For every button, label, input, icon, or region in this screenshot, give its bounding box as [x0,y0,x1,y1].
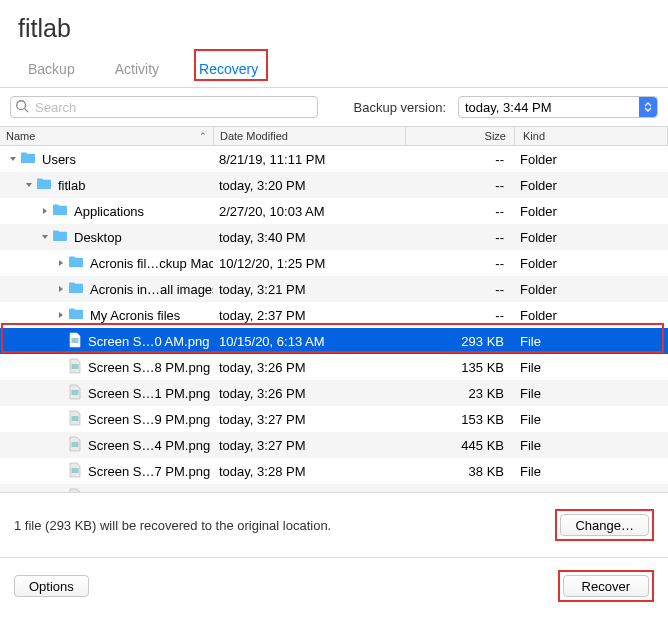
disclosure-none-icon [56,440,66,450]
file-tree[interactable]: Users8/21/19, 11:11 PM--Folderfitlabtoda… [0,146,668,492]
item-kind: File [512,360,668,375]
item-name: Acronis in…all images [90,282,213,297]
file-icon [68,332,88,351]
disclosure-none-icon [56,414,66,424]
disclosure-right-icon[interactable] [56,310,66,320]
folder-icon [68,307,90,323]
column-name[interactable]: Name ⌃ [0,130,213,142]
item-kind: Folder [512,230,668,245]
file-row[interactable]: Screen S…8 PM.pngtoday, 3:26 PM135 KBFil… [0,354,668,380]
item-name: Acronis fil…ckup Mac [90,256,213,271]
tab-recovery[interactable]: Recovery [193,57,264,87]
disclosure-right-icon[interactable] [56,258,66,268]
svg-rect-3 [72,364,79,369]
disclosure-none-icon [56,466,66,476]
table-header: Name ⌃ Date Modified Size Kind [0,126,668,146]
annotation-highlight: Change… [555,509,654,541]
svg-line-1 [25,109,29,113]
tab-activity[interactable]: Activity [109,57,165,87]
item-size: 23 KB [404,386,512,401]
item-kind: File [512,490,668,493]
search-icon [15,99,29,113]
file-row[interactable]: Screen S…9 PM.pngtoday, 3:27 PM153 KBFil… [0,406,668,432]
file-icon [68,462,88,481]
disclosure-down-icon[interactable] [40,232,50,242]
backup-version-select[interactable]: today, 3:44 PM [458,96,658,118]
item-name: Screen S…4 PM.png [88,438,210,453]
item-size: 38 KB [404,464,512,479]
item-kind: File [512,386,668,401]
disclosure-down-icon[interactable] [8,154,18,164]
file-row[interactable]: Screen S…7 PM.pngtoday, 3:28 PM38 KBFile [0,458,668,484]
folder-row[interactable]: Acronis fil…ckup Mac10/12/20, 1:25 PM--F… [0,250,668,276]
file-row[interactable]: Screen S…7 PM.pngtoday, 3:30 PM39 KBFile [0,484,668,492]
status-text: 1 file (293 KB) will be recovered to the… [14,518,331,533]
disclosure-right-icon[interactable] [40,206,50,216]
file-row[interactable]: Screen S…0 AM.png10/15/20, 6:13 AM293 KB… [0,328,668,354]
backup-version-label: Backup version: [354,100,447,115]
folder-icon [52,229,74,245]
item-name: My Acronis files [90,308,180,323]
item-date: today, 3:28 PM [213,464,404,479]
folder-row[interactable]: Desktoptoday, 3:40 PM--Folder [0,224,668,250]
item-size: 39 KB [404,490,512,493]
backup-version-value: today, 3:44 PM [465,100,551,115]
item-kind: Folder [512,204,668,219]
folder-icon [36,177,58,193]
item-size: 135 KB [404,360,512,375]
item-date: 8/21/19, 11:11 PM [213,152,404,167]
item-kind: Folder [512,152,668,167]
tab-backup[interactable]: Backup [22,57,81,87]
svg-rect-5 [72,416,79,421]
item-name: Applications [74,204,144,219]
page-title: fitlab [18,14,650,43]
item-date: today, 3:27 PM [213,412,404,427]
disclosure-right-icon[interactable] [56,284,66,294]
folder-icon [52,203,74,219]
folder-row[interactable]: My Acronis filestoday, 2:37 PM--Folder [0,302,668,328]
item-kind: File [512,438,668,453]
column-kind[interactable]: Kind [515,130,667,142]
item-date: today, 3:30 PM [213,490,404,493]
disclosure-down-icon[interactable] [24,180,34,190]
file-icon [68,358,88,377]
tab-bar: Backup Activity Recovery [18,57,650,87]
file-row[interactable]: Screen S…4 PM.pngtoday, 3:27 PM445 KBFil… [0,432,668,458]
folder-row[interactable]: Acronis in…all imagestoday, 3:21 PM--Fol… [0,276,668,302]
item-size: -- [404,256,512,271]
folder-row[interactable]: fitlabtoday, 3:20 PM--Folder [0,172,668,198]
item-name: Screen S…0 AM.png [88,334,209,349]
column-date[interactable]: Date Modified [214,130,405,142]
svg-rect-2 [72,338,79,343]
item-date: 2/27/20, 10:03 AM [213,204,404,219]
item-size: 153 KB [404,412,512,427]
item-size: 293 KB [404,334,512,349]
item-name: Screen S…8 PM.png [88,360,210,375]
item-kind: File [512,464,668,479]
search-input[interactable] [10,96,318,118]
item-date: today, 3:21 PM [213,282,404,297]
item-name: Desktop [74,230,122,245]
item-kind: Folder [512,178,668,193]
item-name: fitlab [58,178,85,193]
item-kind: Folder [512,256,668,271]
recover-button[interactable]: Recover [563,575,649,597]
folder-icon [68,281,90,297]
disclosure-none-icon [56,362,66,372]
item-size: -- [404,282,512,297]
item-date: today, 2:37 PM [213,308,404,323]
item-kind: File [512,412,668,427]
item-date: 10/12/20, 1:25 PM [213,256,404,271]
item-size: -- [404,230,512,245]
item-date: today, 3:27 PM [213,438,404,453]
change-button[interactable]: Change… [560,514,649,536]
options-button[interactable]: Options [14,575,89,597]
folder-row[interactable]: Users8/21/19, 11:11 PM--Folder [0,146,668,172]
item-name: Screen S…9 PM.png [88,412,210,427]
folder-row[interactable]: Applications2/27/20, 10:03 AM--Folder [0,198,668,224]
item-size: -- [404,204,512,219]
folder-icon [68,255,90,271]
column-size[interactable]: Size [406,130,514,142]
file-row[interactable]: Screen S…1 PM.pngtoday, 3:26 PM23 KBFile [0,380,668,406]
item-date: 10/15/20, 6:13 AM [213,334,404,349]
